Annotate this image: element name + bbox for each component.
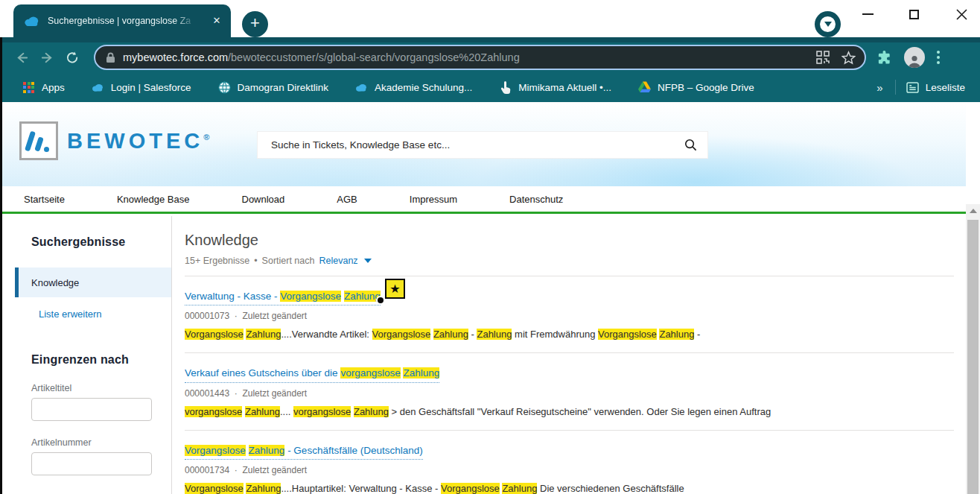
back-button[interactable]	[9, 45, 34, 70]
results-title: Knowledge	[185, 232, 954, 249]
browser-tab[interactable]: Suchergebnisse | vorgangslose Za ✕	[13, 4, 231, 37]
browser-window: Suchergebnisse | vorgangslose Za ✕ +	[0, 0, 980, 494]
artikelnummer-label: Artikelnummer	[31, 437, 171, 448]
results-count: 15+ Ergebnisse	[185, 256, 249, 266]
artikelnummer-input[interactable]	[31, 452, 152, 475]
result-row-3: Vorgangslose Zahlung - Geschäftsfälle (D…	[185, 431, 954, 494]
tabstrip-base	[0, 37, 980, 42]
reading-list-button[interactable]: Leseliste	[906, 81, 965, 94]
extensions-puzzle-icon[interactable]	[876, 50, 892, 66]
search-sidebar: Suchergebnisse Knowledge Liste erweitern…	[2, 216, 172, 494]
scrollbar-thumb[interactable]	[967, 220, 979, 494]
bookmark-apps[interactable]: Apps	[22, 81, 65, 94]
result-title-link[interactable]: Verkauf eines Gutscheins über die vorgan…	[185, 367, 439, 382]
results-panel: Knowledge 15+ Ergebnisse • Sortiert nach…	[172, 216, 966, 494]
browser-titlebar: Suchergebnisse | vorgangslose Za ✕ +	[0, 0, 980, 37]
cursor-dot	[378, 297, 384, 303]
salesforce-cloud-icon	[92, 81, 104, 94]
result-meta: 000001734 · Zuletzt geändert	[185, 465, 954, 475]
browser-toolbar: mybewotec.force.com/bewoteccustomer/s/gl…	[0, 42, 980, 72]
sidebar-item-knowledge[interactable]: Knowledge	[15, 267, 171, 297]
bookmark-login-salesforce[interactable]: Login | Salesforce	[92, 81, 191, 94]
reading-list-icon	[906, 81, 919, 94]
expand-list-link[interactable]: Liste erweitern	[39, 308, 171, 320]
refine-title: Eingrenzen nach	[31, 353, 171, 367]
scroll-up-arrow-icon[interactable]	[966, 204, 980, 218]
bookmark-mimikama[interactable]: Mimikama Aktuell •...	[499, 81, 611, 94]
result-snippet: vorgangslose Zahlung.... vorgangslose Za…	[185, 405, 954, 419]
result-row-2: Verkauf eines Gutscheins über die vorgan…	[185, 353, 954, 430]
bookmark-akademie[interactable]: Akademie Schulung...	[355, 81, 472, 94]
nav-knowledge-base[interactable]: Knowledge Base	[117, 194, 190, 205]
results-meta: 15+ Ergebnisse • Sortiert nach Relevanz	[185, 256, 954, 266]
artikeltitel-label: Artikeltitel	[31, 383, 171, 393]
lock-icon[interactable]	[106, 52, 115, 63]
address-bar[interactable]: mybewotec.force.com/bewoteccustomer/s/gl…	[94, 45, 866, 70]
tab-search-chevron-icon	[820, 16, 836, 32]
nav-download[interactable]: Download	[242, 194, 285, 205]
window-minimize-button[interactable]	[856, 6, 879, 22]
tab-close-icon[interactable]: ✕	[210, 14, 223, 28]
bewotec-logo-mark-icon	[19, 121, 58, 160]
site-nav: Startseite Knowledge Base Download AGB I…	[2, 186, 966, 214]
browser-menu-icon[interactable]	[937, 51, 940, 64]
result-snippet: Vorgangslose Zahlung....Verwandte Artike…	[185, 328, 954, 341]
site-search-box[interactable]	[257, 131, 708, 159]
reload-button[interactable]	[60, 45, 85, 70]
content-area: Suchergebnisse Knowledge Liste erweitern…	[2, 216, 966, 494]
tab-title: Suchergebnisse | vorgangslose Za	[48, 16, 197, 26]
hand-icon	[499, 81, 512, 94]
window-maximize-button[interactable]	[903, 6, 925, 22]
apps-grid-icon	[22, 81, 35, 94]
result-row-1: Verwaltung - Kasse - Vorgangslose Zahlun…	[185, 276, 954, 353]
profile-avatar[interactable]	[904, 47, 925, 68]
bewotec-logo-text: BEWOTEC®	[67, 129, 209, 153]
window-close-button[interactable]	[950, 6, 973, 22]
bookmark-damogran[interactable]: Damogran Direktlink	[218, 81, 328, 94]
star-icon: ★	[385, 279, 405, 299]
web-page: BEWOTEC® Startseite Knowledge Base Downl…	[0, 102, 980, 494]
nav-impressum[interactable]: Impressum	[410, 194, 457, 205]
salesforce-favicon-icon	[24, 16, 40, 27]
page-scrollbar[interactable]	[966, 204, 980, 494]
google-drive-icon	[638, 81, 651, 94]
result-meta: 000001073 · Zuletzt geändert	[185, 311, 954, 321]
bookmarks-bar: Apps Login | Salesforce Damogran Direktl…	[0, 72, 980, 102]
nav-datenschutz[interactable]: Datenschutz	[509, 194, 563, 205]
new-tab-button[interactable]: +	[242, 11, 268, 37]
sorted-by-label: Sortiert nach	[262, 256, 315, 266]
qr-code-icon[interactable]	[816, 51, 830, 64]
result-title-link[interactable]: Verwaltung - Kasse - Vorgangslose Zahlun…	[185, 290, 381, 305]
bewotec-logo[interactable]: BEWOTEC®	[19, 121, 209, 160]
bookmark-nfpb-drive[interactable]: NFPB – Google Drive	[638, 81, 754, 94]
result-snippet: Vorgangslose Zahlung....Hauptartikel: Ve…	[185, 482, 954, 494]
window-left-border	[0, 37, 2, 494]
artikeltitel-input[interactable]	[31, 398, 152, 421]
sidebar-title: Suchergebnisse	[31, 235, 171, 249]
bookmarks-separator	[895, 80, 896, 95]
salesforce-cloud-icon	[355, 81, 368, 94]
result-meta: 000001443 · Zuletzt geändert	[185, 388, 954, 399]
bookmark-star-icon[interactable]	[841, 51, 856, 65]
nav-agb[interactable]: AGB	[337, 194, 357, 205]
search-icon[interactable]	[684, 139, 697, 151]
site-search-input[interactable]	[258, 139, 684, 151]
sort-selector[interactable]: Relevanz	[319, 256, 357, 266]
nav-startseite[interactable]: Startseite	[24, 194, 65, 205]
site-header: BEWOTEC®	[2, 102, 966, 186]
globe-icon	[218, 81, 231, 94]
url-text[interactable]: mybewotec.force.com/bewoteccustomer/s/gl…	[123, 51, 804, 63]
meta-bullet: •	[254, 256, 257, 266]
sort-chevron-icon[interactable]	[364, 259, 372, 263]
bookmarks-overflow-chevron[interactable]: »	[876, 81, 882, 94]
tab-search-button[interactable]	[815, 11, 841, 37]
forward-button[interactable]	[34, 45, 60, 70]
result-title-link[interactable]: Vorgangslose Zahlung - Geschäftsfälle (D…	[185, 444, 423, 460]
